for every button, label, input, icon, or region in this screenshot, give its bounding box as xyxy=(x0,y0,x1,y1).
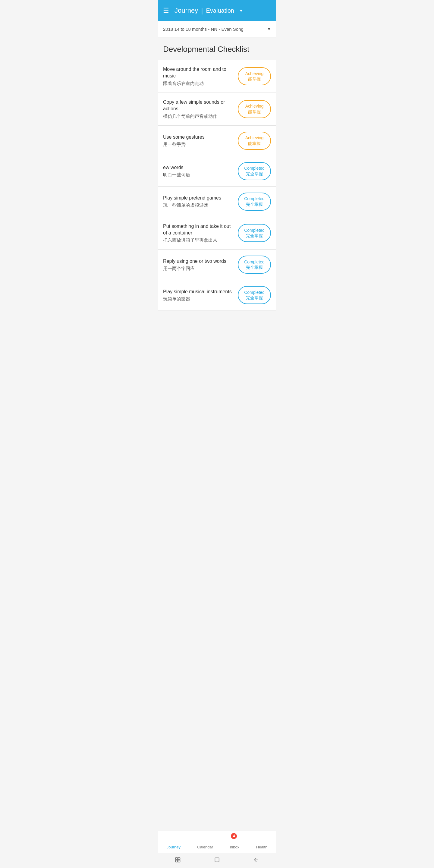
app-header: ☰ Journey | Evaluation ▼ xyxy=(158,0,276,21)
status-badge[interactable]: Achieving能掌握 xyxy=(238,100,271,118)
item-chinese: 用一两个字回应 xyxy=(163,266,234,272)
status-label-en: Completed xyxy=(244,259,265,265)
status-badge[interactable]: Completed完全掌握 xyxy=(238,255,271,274)
item-chinese: 模仿几个简单的声音或动作 xyxy=(163,114,234,119)
period-selector-text: 2018 14 to 18 months - NN - Evan Song xyxy=(163,27,244,32)
status-label-zh: 完全掌握 xyxy=(246,265,263,270)
status-label-zh: 能掌握 xyxy=(248,109,261,115)
status-label-zh: 完全掌握 xyxy=(246,233,263,239)
status-label-zh: 能掌握 xyxy=(248,141,261,146)
header-divider: | xyxy=(201,6,203,15)
item-english: Use some gestures xyxy=(163,134,234,141)
item-english: ew words xyxy=(163,164,234,171)
status-badge[interactable]: Completed完全掌握 xyxy=(238,193,271,211)
checklist-item: Copy a few simple sounds or actions模仿几个简… xyxy=(158,93,276,126)
status-label-en: Completed xyxy=(244,196,265,201)
status-badge[interactable]: Achieving能掌握 xyxy=(238,67,271,85)
item-english: Reply using one or two words xyxy=(163,258,234,265)
item-english: Copy a few simple sounds or actions xyxy=(163,99,234,113)
checklist-header: Developmental Checklist xyxy=(158,37,276,60)
checklist-item: ew words明白一些词语Completed完全掌握 xyxy=(158,156,276,187)
item-english: Play simple musical instruments xyxy=(163,288,234,295)
item-chinese: 跟着音乐在室内走动 xyxy=(163,81,234,87)
checklist-item: Play simple musical instruments玩简单的樂器Com… xyxy=(158,280,276,310)
status-label-en: Completed xyxy=(244,165,265,171)
item-text: Play simple pretend games玩一些简单的虚拟游戏 xyxy=(163,195,234,208)
status-badge[interactable]: Completed完全掌握 xyxy=(238,224,271,242)
item-text: Copy a few simple sounds or actions模仿几个简… xyxy=(163,99,234,119)
item-english: Play simple pretend games xyxy=(163,195,234,201)
menu-icon[interactable]: ☰ xyxy=(163,7,169,14)
checklist-item: Play simple pretend games玩一些简单的虚拟游戏Compl… xyxy=(158,187,276,217)
status-badge[interactable]: Completed完全掌握 xyxy=(238,286,271,304)
status-label-en: Completed xyxy=(244,227,265,233)
item-text: Reply using one or two words用一两个字回应 xyxy=(163,258,234,272)
item-text: ew words明白一些词语 xyxy=(163,164,234,178)
header-dropdown-arrow[interactable]: ▼ xyxy=(239,8,243,13)
period-selector-arrow: ▼ xyxy=(267,27,271,31)
status-badge[interactable]: Completed完全掌握 xyxy=(238,162,271,180)
period-selector[interactable]: 2018 14 to 18 months - NN - Evan Song ▼ xyxy=(158,21,276,37)
checklist-item: Reply using one or two words用一两个字回应Compl… xyxy=(158,250,276,280)
item-text: Use some gestures用一些手势 xyxy=(163,134,234,147)
item-text: Move around the room and to music跟着音乐在室内… xyxy=(163,66,234,87)
item-text: Play simple musical instruments玩简单的樂器 xyxy=(163,288,234,302)
status-label-zh: 能掌握 xyxy=(248,76,261,82)
item-text: Put something in and take it out of a co… xyxy=(163,223,234,244)
status-badge[interactable]: Achieving能掌握 xyxy=(238,132,271,150)
checklist-item: Use some gestures用一些手势Achieving能掌握 xyxy=(158,126,276,156)
status-label-en: Achieving xyxy=(245,135,264,141)
item-chinese: 明白一些词语 xyxy=(163,172,234,178)
item-english: Move around the room and to music xyxy=(163,66,234,80)
item-chinese: 玩一些简单的虚拟游戏 xyxy=(163,203,234,208)
header-evaluation-title: Evaluation xyxy=(206,7,234,14)
checklist-item: Put something in and take it out of a co… xyxy=(158,217,276,250)
item-chinese: 用一些手势 xyxy=(163,142,234,147)
status-label-zh: 完全掌握 xyxy=(246,171,263,177)
status-label-en: Achieving xyxy=(245,103,264,109)
header-journey-title: Journey xyxy=(175,7,198,14)
status-label-zh: 完全掌握 xyxy=(246,202,263,207)
item-chinese: 玩简单的樂器 xyxy=(163,296,234,302)
checklist-items-container: Move around the room and to music跟着音乐在室内… xyxy=(158,60,276,310)
checklist-title: Developmental Checklist xyxy=(163,44,271,54)
status-label-zh: 完全掌握 xyxy=(246,295,263,301)
status-label-en: Completed xyxy=(244,290,265,295)
status-label-en: Achieving xyxy=(245,71,264,76)
item-chinese: 把东西放进箱子里再拿出来 xyxy=(163,238,234,243)
item-english: Put something in and take it out of a co… xyxy=(163,223,234,237)
checklist-item: Move around the room and to music跟着音乐在室内… xyxy=(158,60,276,93)
